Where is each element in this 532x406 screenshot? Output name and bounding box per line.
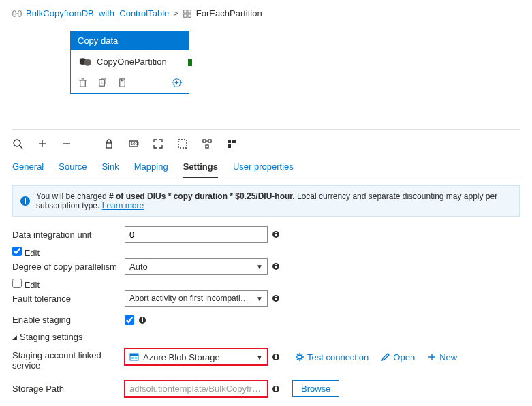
copy-icon[interactable] <box>117 78 127 88</box>
activity-card-copy[interactable]: Copy data CopyOnePartition <box>70 31 189 94</box>
svg-rect-55 <box>275 355 277 356</box>
info-icon[interactable] <box>272 230 280 238</box>
info-icon <box>20 196 31 206</box>
test-connection-button[interactable]: Test connection <box>295 352 369 362</box>
diu-edit-label: Edit <box>25 248 40 258</box>
svg-rect-4 <box>188 10 191 12</box>
svg-rect-50 <box>130 354 138 356</box>
edit-icon <box>381 352 390 362</box>
svg-rect-60 <box>275 388 277 391</box>
plus-icon <box>427 352 437 362</box>
chevron-down-icon: ▼ <box>256 354 263 361</box>
align-icon[interactable] <box>202 138 213 149</box>
breadcrumb-separator: > <box>173 8 178 18</box>
zoom-fit-icon[interactable]: 100% <box>128 138 139 149</box>
svg-rect-32 <box>232 140 236 143</box>
tab-sink[interactable]: Sink <box>101 157 119 178</box>
diu-input[interactable] <box>125 226 268 243</box>
tab-general[interactable]: General <box>12 157 44 178</box>
activity-name: CopyOnePartition <box>97 57 167 67</box>
test-connection-icon <box>295 352 304 362</box>
parallelism-select[interactable]: Auto ▼ <box>125 258 268 275</box>
info-icon[interactable] <box>272 353 280 361</box>
fault-label: Fault tolerance <box>12 294 125 304</box>
tab-bar: General Source Sink Mapping Settings Use… <box>12 157 520 178</box>
success-handle[interactable] <box>188 59 192 66</box>
add-output-icon[interactable] <box>172 78 182 88</box>
staging-settings-label: Staging settings <box>20 332 83 342</box>
svg-rect-27 <box>203 140 206 142</box>
pipeline-icon <box>12 9 22 18</box>
search-icon[interactable] <box>12 138 23 149</box>
database-icon <box>79 57 91 67</box>
info-prefix: You will be charged <box>36 191 109 201</box>
design-canvas[interactable]: Copy data CopyOnePartition <box>12 31 520 129</box>
info-icon[interactable] <box>272 294 280 302</box>
svg-rect-38 <box>275 234 277 236</box>
svg-rect-39 <box>275 232 277 234</box>
info-icon[interactable] <box>138 316 146 324</box>
chevron-down-icon: ▼ <box>256 295 263 302</box>
fault-select[interactable]: Abort activity on first incompatible row… <box>125 290 268 307</box>
svg-rect-26 <box>178 140 187 148</box>
svg-rect-1 <box>18 10 21 16</box>
svg-rect-42 <box>275 264 277 266</box>
blob-storage-icon <box>129 352 139 362</box>
svg-rect-9 <box>80 80 86 87</box>
info-icon[interactable] <box>272 262 280 270</box>
lock-icon[interactable] <box>104 138 114 149</box>
parallelism-value: Auto <box>129 262 148 272</box>
learn-more-link[interactable]: Learn more <box>102 201 144 210</box>
zoom-out-icon[interactable] <box>61 138 72 149</box>
svg-rect-13 <box>101 78 106 84</box>
pricing-info-bar: You will be charged # of used DIUs * cop… <box>12 185 520 217</box>
delete-icon[interactable] <box>78 78 88 88</box>
svg-line-19 <box>20 146 22 149</box>
staging-checkbox[interactable] <box>125 315 134 325</box>
linked-service-value: Azure Blob Storage <box>143 352 220 362</box>
svg-rect-54 <box>275 356 277 359</box>
parallelism-label: Degree of copy parallelism <box>12 262 125 272</box>
storage-path-label: Storage Path <box>12 384 125 394</box>
info-icon[interactable] <box>272 385 280 393</box>
linked-service-select[interactable]: Azure Blob Storage ▼ <box>125 349 268 365</box>
svg-rect-51 <box>131 357 134 359</box>
svg-rect-23 <box>106 143 112 148</box>
breadcrumb-current: ForEachPartition <box>196 8 262 18</box>
open-button[interactable]: Open <box>381 352 415 362</box>
breadcrumb-parent-link[interactable]: BulkCopyfromDB_with_ControlTable <box>26 8 169 18</box>
fault-value: Abort activity on first incompatible row <box>129 294 252 303</box>
activity-type-label: Copy data <box>71 31 189 50</box>
svg-rect-28 <box>208 140 211 142</box>
tab-settings[interactable]: Settings <box>183 157 218 178</box>
tab-mapping[interactable]: Mapping <box>134 157 168 178</box>
svg-text:100%: 100% <box>131 142 139 146</box>
clone-icon[interactable] <box>97 78 108 88</box>
svg-rect-45 <box>275 296 277 298</box>
svg-rect-12 <box>99 80 105 86</box>
svg-rect-31 <box>228 140 231 143</box>
linked-service-label: Staging account linked service <box>12 349 125 371</box>
svg-rect-5 <box>184 14 187 16</box>
diu-label: Data integration unit <box>12 230 125 240</box>
layout-icon[interactable] <box>226 138 237 149</box>
parallelism-edit-checkbox[interactable] <box>12 279 22 288</box>
svg-rect-48 <box>142 317 143 319</box>
storage-path-input[interactable] <box>125 381 268 397</box>
breadcrumb: BulkCopyfromDB_with_ControlTable > ForEa… <box>12 8 520 18</box>
svg-rect-35 <box>25 200 26 204</box>
zoom-in-icon[interactable] <box>37 138 48 149</box>
svg-rect-6 <box>188 14 191 16</box>
new-button[interactable]: New <box>427 352 457 362</box>
select-icon[interactable] <box>177 138 188 149</box>
browse-button[interactable]: Browse <box>292 380 339 397</box>
tab-user-properties[interactable]: User properties <box>233 157 294 178</box>
staging-settings-header[interactable]: ◢ Staging settings <box>12 332 520 342</box>
chevron-down-icon: ▼ <box>256 263 263 270</box>
svg-rect-41 <box>275 266 277 268</box>
tab-source[interactable]: Source <box>59 157 87 178</box>
svg-rect-30 <box>206 145 208 148</box>
diu-edit-checkbox[interactable] <box>12 247 22 256</box>
svg-rect-44 <box>275 298 277 300</box>
fullscreen-icon[interactable] <box>153 138 163 149</box>
